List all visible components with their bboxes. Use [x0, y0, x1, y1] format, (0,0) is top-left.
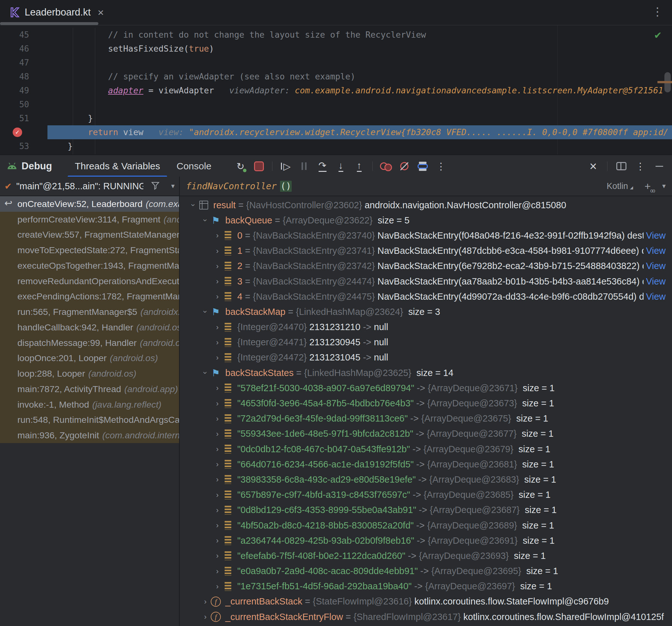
evaluate-expression-bar[interactable]: findNavController () Kotlin ◢ + ▾ [180, 177, 672, 196]
view-link[interactable]: View [646, 246, 666, 256]
stop-icon[interactable] [252, 159, 266, 173]
expression-parens[interactable]: () [280, 181, 292, 192]
view-link[interactable]: View [646, 261, 666, 271]
stack-frame[interactable]: moveToExpectedState:272, FragmentState [0, 242, 179, 258]
error-stripe-mark[interactable] [657, 81, 672, 83]
chevron-right-icon[interactable]: › [212, 262, 223, 271]
stack-frame[interactable]: run:548, RuntimeInit$MethodAndArgsCalle [0, 412, 179, 428]
tabbar-more-icon[interactable]: ⋮ [652, 5, 663, 18]
variable-row[interactable]: ›"e0a9a0b7-2a9d-408c-acac-809dde4ebb91" … [180, 564, 672, 579]
rerun-icon[interactable]: ↻ [234, 159, 247, 173]
chevron-right-icon[interactable]: › [212, 292, 223, 301]
pause-icon[interactable] [297, 159, 311, 173]
more-icon[interactable]: ⋮ [434, 159, 448, 173]
stack-frame[interactable]: main:7872, ActivityThread(android.app) [0, 381, 179, 397]
variable-row[interactable]: ›2 = {NavBackStackEntry@23742} NavBackSt… [180, 259, 672, 274]
stack-frame[interactable]: handleCallback:942, Handler(android.os) [0, 320, 179, 335]
stack-frame[interactable]: execPendingActions:1782, FragmentMana [0, 289, 179, 304]
stack-frame[interactable]: run:565, FragmentManager$5(androidx.fr [0, 304, 179, 320]
variable-row[interactable]: ›"664d0716-6234-4566-ac1e-da19192f5fd5" … [180, 457, 672, 472]
chevron-right-icon[interactable]: › [212, 430, 223, 438]
variable-row[interactable]: ›"efeefab6-7f5f-408f-b0e2-1122dca0d260" … [180, 548, 672, 563]
filter-icon[interactable] [151, 181, 160, 191]
stack-frame[interactable]: createView:557, FragmentStateManager(a [0, 227, 179, 243]
chevron-down-icon[interactable]: ▾ [171, 182, 175, 190]
variable-row[interactable]: ›"a2364744-0829-425b-93ab-02b0f9f8eb16" … [180, 533, 672, 548]
more-icon[interactable]: ⋮ [633, 159, 647, 173]
stack-frame[interactable]: loopOnce:201, Looper(android.os) [0, 351, 179, 366]
variable-row[interactable]: ›"1e7315ef-fb51-4d5f-96ad-292baa19ba40" … [180, 579, 672, 594]
variable-row[interactable]: ›"38983358-6c8a-493c-ad29-e80d58e19efe" … [180, 472, 672, 487]
stack-frame[interactable]: ↩onCreateView:52, Leaderboard(com.exam [0, 196, 179, 212]
variable-row[interactable]: ›⚑backStackMap = {LinkedHashMap@23624} s… [180, 304, 672, 319]
variable-row[interactable]: ›{Integer@24471} 2131230945 -> null [180, 335, 672, 350]
chevron-right-icon[interactable]: › [212, 323, 223, 332]
variable-row[interactable]: ›{Integer@24470} 2131231210 -> null [180, 320, 672, 335]
variable-row[interactable]: ›{Integer@24472} 2131231045 -> null [180, 350, 672, 365]
variable-row[interactable]: ›f_currentBackStack = {StateFlowImpl@236… [180, 594, 672, 609]
variable-row[interactable]: ›"0d8bd129-c6f3-4353-8999-55be0a43ab91" … [180, 503, 672, 518]
view-breakpoints-icon[interactable] [379, 159, 393, 173]
step-into-icon[interactable]: ↓ [334, 159, 348, 173]
variable-row[interactable]: ›0 = {NavBackStackEntry@23740} NavBackSt… [180, 228, 672, 243]
split-layout-icon[interactable] [615, 159, 628, 173]
variable-row[interactable]: ›result = {NavHostController@23602} andr… [180, 198, 672, 213]
minimize-icon[interactable] [652, 159, 666, 173]
variable-row[interactable]: ›"4653f0fd-3e96-45a4-87b5-4bdbcb76e4b3" … [180, 396, 672, 411]
chevron-right-icon[interactable]: › [212, 384, 223, 392]
variable-row[interactable]: ›"657b897e-c9f7-4bfd-a319-c8453f76597c" … [180, 487, 672, 503]
breakpoint-icon[interactable]: ✓ [13, 127, 22, 137]
language-selector[interactable]: Kotlin ◢ [606, 181, 633, 191]
variable-row[interactable]: ›"578ef21f-5030-4038-a907-6a97e6d89794" … [180, 380, 672, 396]
chevron-right-icon[interactable]: › [212, 414, 223, 423]
chevron-down-icon[interactable]: › [189, 200, 198, 210]
variable-row[interactable]: ›f_currentBackStackEntryFlow = {SharedFl… [180, 609, 672, 624]
variable-row[interactable]: ›"559343ee-1de6-48e5-97f1-9bfcda2c812b" … [180, 426, 672, 441]
view-link[interactable]: View [646, 292, 666, 302]
chevron-down-icon[interactable]: › [201, 215, 210, 226]
chevron-right-icon[interactable]: › [212, 460, 223, 469]
add-watch-icon[interactable]: + [641, 180, 654, 192]
tab-close-icon[interactable]: × [98, 6, 104, 19]
stack-frame[interactable]: dispatchMessage:99, Handler(android.os, [0, 335, 179, 351]
chevron-right-icon[interactable]: › [212, 567, 223, 576]
variable-row[interactable]: ›"72a2d79d-6e3f-45fe-9dad-99ff38113ce6" … [180, 411, 672, 426]
variable-row[interactable]: ›"4bf50a2b-d8c0-4218-8bb5-8300852a20fd" … [180, 518, 672, 533]
layout-settings-icon[interactable] [416, 159, 430, 173]
chevron-right-icon[interactable]: › [212, 475, 223, 484]
variable-row[interactable]: ›4 = {NavBackStackEntry@24475} NavBackSt… [180, 289, 672, 304]
stack-frame[interactable]: invoke:-1, Method(java.lang.reflect) [0, 397, 179, 412]
chevron-right-icon[interactable]: › [200, 597, 211, 606]
chevron-right-icon[interactable]: › [212, 353, 223, 362]
chevron-right-icon[interactable]: › [212, 231, 223, 240]
chevron-down-icon[interactable]: › [201, 306, 210, 317]
chevron-right-icon[interactable]: › [200, 612, 211, 621]
expression-text[interactable]: findNavController [186, 181, 277, 191]
chevron-right-icon[interactable]: › [212, 582, 223, 591]
chevron-right-icon[interactable]: › [212, 536, 223, 545]
chevron-right-icon[interactable]: › [212, 338, 223, 347]
step-out-icon[interactable]: ↑ [352, 159, 366, 173]
thread-selector[interactable]: ✔ "main"@21,58...ain": RUNNING ▾ [0, 177, 179, 196]
close-icon[interactable]: × [586, 159, 600, 173]
variable-row[interactable]: ›3 = {NavBackStackEntry@24474} NavBackSt… [180, 274, 672, 289]
step-over-icon[interactable]: ↷ [315, 159, 329, 173]
stack-frame[interactable]: executeOpsTogether:1943, FragmentMana [0, 258, 179, 274]
tab-console[interactable]: Console [168, 155, 220, 177]
variable-row[interactable]: ›⚑backQueue = {ArrayDeque@23622} size = … [180, 213, 672, 228]
stack-frame[interactable]: loop:288, Looper(android.os) [0, 366, 179, 381]
chevron-right-icon[interactable]: › [212, 551, 223, 560]
chevron-down-icon[interactable]: › [201, 367, 210, 378]
resume-icon[interactable]: ▷ [279, 159, 293, 173]
stack-frame[interactable]: main:936, ZygoteInit(com.android.interna [0, 427, 179, 443]
chevron-right-icon[interactable]: › [212, 247, 223, 255]
chevron-down-icon[interactable]: ▾ [662, 182, 666, 190]
mute-breakpoints-icon[interactable] [398, 159, 411, 173]
chevron-right-icon[interactable]: › [212, 277, 223, 286]
tab-threads-variables[interactable]: Threads & Variables [67, 155, 168, 177]
editor-tab-leaderboard[interactable]: Leaderboard.kt × [0, 0, 113, 25]
stack-frame[interactable]: removeRedundantOperationsAndExecute:1 [0, 274, 179, 289]
chevron-right-icon[interactable]: › [212, 490, 223, 500]
variable-row[interactable]: ›"0dc0db12-fc08-467c-b047-0a543ffe912b" … [180, 441, 672, 457]
view-link[interactable]: View [646, 276, 666, 287]
